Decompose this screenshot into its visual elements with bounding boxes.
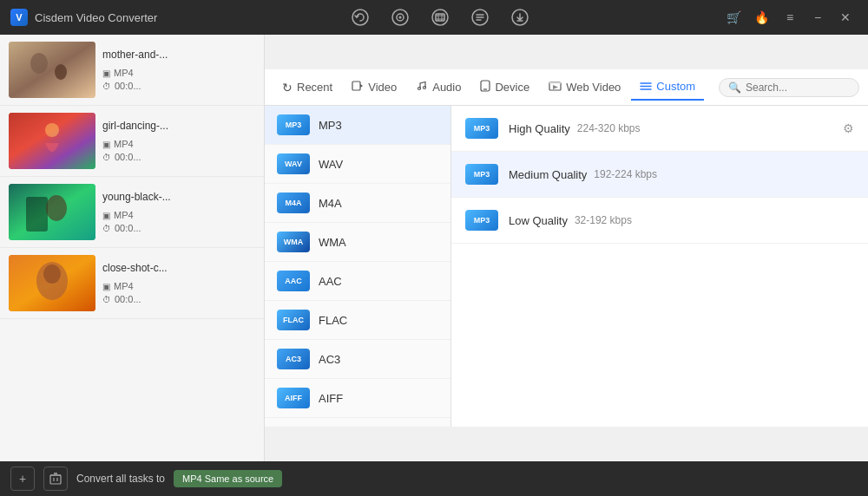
search-box[interactable]: 🔍 xyxy=(719,78,859,97)
format-item-wma[interactable]: WMA WMA xyxy=(265,223,450,262)
quality-bitrate-low: 32-192 kbps xyxy=(575,214,632,226)
title-bar-left: V Cisdem Video Converter xyxy=(10,9,157,26)
audio-icon xyxy=(416,80,428,95)
file-duration: 00:0... xyxy=(115,81,141,91)
format-item-aac[interactable]: AAC AAC xyxy=(265,262,450,301)
svg-marker-26 xyxy=(360,84,363,88)
format-item-aiff[interactable]: AIFF AIFF xyxy=(265,379,450,418)
quality-name-low: Low Quality xyxy=(509,214,568,227)
format-badge-aac: AAC xyxy=(277,271,310,291)
svg-point-20 xyxy=(46,195,67,221)
compress-icon[interactable] xyxy=(464,5,496,29)
quality-row-low: Low Quality 32-192 kbps xyxy=(509,214,854,227)
file-item-dancing[interactable]: girl-dancing-... ▣ MP4 ⏱ 00:0... xyxy=(0,106,264,177)
svg-point-14 xyxy=(30,53,48,74)
svg-rect-19 xyxy=(26,197,48,232)
cart-button[interactable]: 🛒 xyxy=(722,5,746,29)
file-item-young[interactable]: young-black-... ▣ MP4 ⏱ 00:0... xyxy=(0,177,264,248)
file-thumbnail-young xyxy=(9,184,95,240)
minimize-button[interactable]: − xyxy=(806,5,830,29)
tab-device[interactable]: Device xyxy=(471,75,538,100)
format-badge-aiff: AIFF xyxy=(277,388,310,408)
file-duration-row: ⏱ 00:0... xyxy=(102,81,255,91)
format-name-aiff: AIFF xyxy=(319,392,343,405)
file-duration-row3: ⏱ 00:0... xyxy=(102,223,255,233)
file-thumbnail-dancing xyxy=(9,113,95,169)
format-panels: MP3 MP3 WAV WAV M4A M4A xyxy=(265,106,868,427)
format-badge-wma: WMA xyxy=(277,232,310,252)
film-icon[interactable] xyxy=(424,5,456,29)
svg-point-15 xyxy=(55,64,67,80)
search-input[interactable] xyxy=(746,82,850,94)
format-item-wav[interactable]: WAV WAV xyxy=(265,145,450,184)
download-icon[interactable] xyxy=(504,5,536,29)
tab-audio[interactable]: Audio xyxy=(407,75,470,100)
file-meta-dancing: ▣ MP4 ⏱ 00:0... xyxy=(102,139,255,162)
main-content: mother-and-... ▣ MP4 ⏱ 00:0... xyxy=(0,35,868,461)
quality-name-high: High Quality xyxy=(509,122,570,135)
tab-recent[interactable]: ↻ Recent xyxy=(273,75,341,100)
settings-icon[interactable]: ⚙ xyxy=(843,121,854,135)
format-name-wma: WMA xyxy=(319,236,346,249)
file-meta-young: ▣ MP4 ⏱ 00:0... xyxy=(102,210,255,233)
file-format-row: ▣ MP4 xyxy=(102,68,255,78)
file-meta-close: ▣ MP4 ⏱ 00:0... xyxy=(102,281,255,304)
convert-icon[interactable] xyxy=(345,5,376,29)
file-info-close: close-shot-c... ▣ MP4 ⏱ 00:0... xyxy=(102,262,255,304)
file-duration2: 00:0... xyxy=(115,152,141,162)
app-icon: V xyxy=(10,9,28,26)
format-item-m4a[interactable]: M4A M4A xyxy=(265,184,450,223)
file-info-dancing: girl-dancing-... ▣ MP4 ⏱ 00:0... xyxy=(102,120,255,162)
svg-rect-16 xyxy=(9,113,95,169)
file-format3: MP4 xyxy=(114,210,134,220)
file-format4: MP4 xyxy=(114,281,134,291)
quality-info-medium: Medium Quality 192-224 kbps xyxy=(509,168,854,181)
format-badge-wav: WAV xyxy=(277,153,310,174)
quality-badge-low: MP3 xyxy=(465,210,498,231)
quality-list: MP3 High Quality 224-320 kbps ⚙ MP3 xyxy=(451,106,868,427)
add-button[interactable]: + xyxy=(10,467,35,491)
convert-target-button[interactable]: MP4 Same as source xyxy=(174,470,282,487)
file-format-row4: ▣ MP4 xyxy=(102,281,255,291)
format-icon3: ▣ xyxy=(102,211,110,220)
file-item-close[interactable]: close-shot-c... ▣ MP4 ⏱ 00:0... xyxy=(0,248,264,319)
file-thumbnail-close xyxy=(9,255,95,311)
convert-all-label: Convert all tasks to xyxy=(76,473,165,485)
device-icon xyxy=(480,80,490,95)
file-thumbnail-mother xyxy=(9,42,95,98)
format-dropdown: ↻ Recent Video xyxy=(265,69,868,427)
fire-button[interactable]: 🔥 xyxy=(750,5,774,29)
clock-icon3: ⏱ xyxy=(102,224,111,233)
svg-point-3 xyxy=(398,16,401,19)
format-item-flac[interactable]: FLAC FLAC xyxy=(265,301,450,340)
file-format: MP4 xyxy=(114,68,134,78)
tab-bar: ↻ Recent Video xyxy=(265,69,868,106)
file-format-row3: ▣ MP4 xyxy=(102,210,255,220)
file-name-mother: mother-and-... xyxy=(102,49,255,61)
svg-point-27 xyxy=(418,88,421,90)
web-video-icon xyxy=(549,81,562,95)
quality-item-high[interactable]: MP3 High Quality 224-320 kbps ⚙ xyxy=(451,106,868,152)
tab-web-video[interactable]: Web Video xyxy=(540,75,629,100)
delete-button[interactable] xyxy=(43,467,68,491)
rotate-icon[interactable] xyxy=(385,5,416,29)
format-item-m4b[interactable]: M4B M4B xyxy=(265,418,450,427)
format-item-ac3[interactable]: AC3 AC3 xyxy=(265,340,450,379)
format-item-mp3[interactable]: MP3 MP3 xyxy=(265,106,450,145)
recent-icon: ↻ xyxy=(282,81,293,95)
quality-item-medium[interactable]: MP3 Medium Quality 192-224 kbps xyxy=(451,152,868,198)
quality-item-low[interactable]: MP3 Low Quality 32-192 kbps xyxy=(451,198,868,244)
format-name-m4a: M4A xyxy=(319,197,342,210)
close-button[interactable]: ✕ xyxy=(833,5,858,29)
format-badge-m4a: M4A xyxy=(277,193,310,213)
file-item-mother[interactable]: mother-and-... ▣ MP4 ⏱ 00:0... xyxy=(0,35,264,106)
tab-custom[interactable]: Custom xyxy=(631,75,704,101)
tab-recent-label: Recent xyxy=(297,81,332,94)
format-name-ac3: AC3 xyxy=(319,353,340,366)
menu-button[interactable]: ≡ xyxy=(778,5,802,29)
clock-icon2: ⏱ xyxy=(102,153,111,162)
quality-row-medium: Medium Quality 192-224 kbps xyxy=(509,168,854,181)
file-duration4: 00:0... xyxy=(115,294,141,304)
tab-video[interactable]: Video xyxy=(343,75,405,100)
file-list: mother-and-... ▣ MP4 ⏱ 00:0... xyxy=(0,35,265,461)
